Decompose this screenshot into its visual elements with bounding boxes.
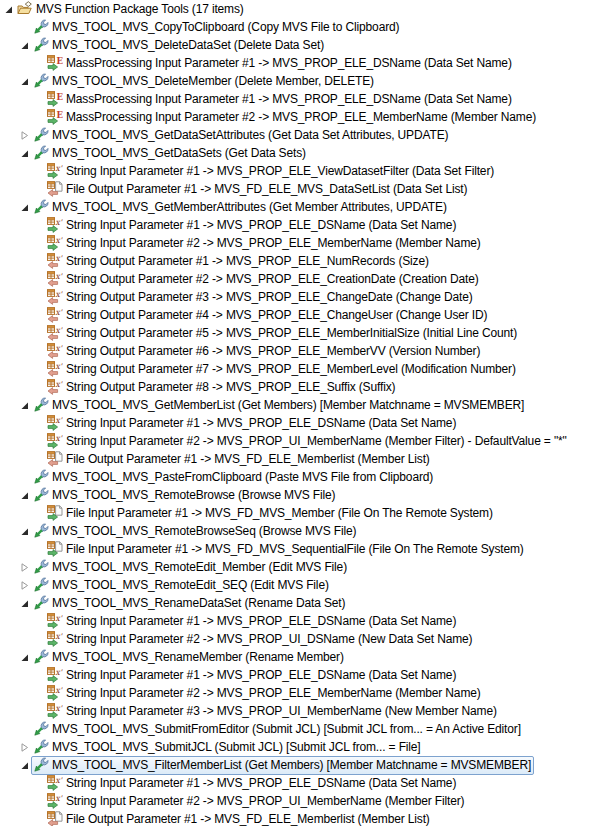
tree-item[interactable]: MVS Function Package Tools (17 items) [15,0,247,19]
tree-row: x'String Input Parameter #3 -> MVS_PROP_… [0,702,612,720]
tree-item[interactable]: x'String Input Parameter #3 -> MVS_PROP_… [45,702,500,721]
tree-item[interactable]: MVS_TOOL_MVS_CopyToClipboard (Copy MVS F… [31,18,402,37]
tree-item[interactable]: x'String Output Parameter #5 -> MVS_PROP… [45,324,520,343]
tree-item[interactable]: x'String Output Parameter #3 -> MVS_PROP… [45,288,476,307]
tree-item[interactable]: x'String Input Parameter #1 -> MVS_PROP_… [45,774,459,793]
tree-item[interactable]: x'String Output Parameter #8 -> MVS_PROP… [45,378,398,397]
tree-item[interactable]: MVS_TOOL_MVS_GetDataSets (Get Data Sets) [31,144,309,163]
string-output-parameter-icon: x' [47,325,63,341]
tree-item[interactable]: x'String Input Parameter #1 -> MVS_PROP_… [45,612,459,631]
string-input-parameter-icon: x' [47,163,63,179]
tree-item-label: MVS_TOOL_MVS_RemoteEdit_SEQ (Edit MVS Fi… [52,578,329,593]
tree-item[interactable]: MVS_TOOL_MVS_RemoteBrowseSeq (Browse MVS… [31,522,359,541]
tree-item[interactable]: MVS_TOOL_MVS_RemoteEdit_Member (Edit MVS… [31,558,350,577]
tree-item-label: String Output Parameter #2 -> MVS_PROP_E… [66,272,479,287]
tree-item[interactable]: MVS_TOOL_MVS_RemoteBrowse (Browse MVS Fi… [31,486,338,505]
tree-item[interactable]: File Output Parameter #1 -> MVS_FD_ELE_M… [45,450,433,469]
tree-item[interactable]: x'String Input Parameter #1 -> MVS_PROP_… [45,162,497,181]
expander-expanded-icon[interactable] [17,38,31,52]
expander-expanded-icon[interactable] [1,2,15,16]
tree-row: x'String Output Parameter #8 -> MVS_PROP… [0,378,612,396]
tree-item[interactable]: EMassProcessing Input Parameter #1 -> MV… [45,90,515,109]
tree-item[interactable]: MVS_TOOL_MVS_GetMemberList (Get Members)… [31,396,527,415]
tree-item[interactable]: MVS_TOOL_MVS_SubmitFromEditor (Submit JC… [31,720,524,739]
expander-expanded-icon[interactable] [17,74,31,88]
tree-item[interactable]: File Input Parameter #1 -> MVS_FD_MVS_Me… [45,504,496,523]
tree-item[interactable]: MVS_TOOL_MVS_PasteFromClipboard (Paste M… [31,468,436,487]
tree-item[interactable]: x'String Input Parameter #2 -> MVS_PROP_… [45,684,484,703]
tree-item[interactable]: MVS_TOOL_MVS_SubmitJCL (Submit JCL) [Sub… [31,738,424,757]
svg-text:x': x' [55,380,63,389]
expander-expanded-icon[interactable] [17,398,31,412]
tree-row: x'String Output Parameter #4 -> MVS_PROP… [0,306,612,324]
tree-item[interactable]: x'String Output Parameter #1 -> MVS_PROP… [45,252,432,271]
tree-item-label: MVS_TOOL_MVS_FilterMemberList (Get Membe… [52,758,531,773]
expander-spacer [31,308,45,322]
tree-item[interactable]: x'String Output Parameter #2 -> MVS_PROP… [45,270,482,289]
expander-spacer [31,110,45,124]
tree-item[interactable]: MVS_TOOL_MVS_DeleteDataSet (Delete Data … [31,36,327,55]
expander-expanded-icon[interactable] [17,596,31,610]
massprocessing-input-parameter-icon: E [47,55,63,71]
tree-row: MVS_TOOL_MVS_RemoteEdit_Member (Edit MVS… [0,558,612,576]
tree-row: File Input Parameter #1 -> MVS_FD_MVS_Me… [0,504,612,522]
tree-item[interactable]: File Input Parameter #1 -> MVS_FD_MVS_Se… [45,540,527,559]
tree-row: x'String Output Parameter #1 -> MVS_PROP… [0,252,612,270]
tree-row: x'String Input Parameter #2 -> MVS_PROP_… [0,234,612,252]
tree-row: MVS_TOOL_MVS_RemoteBrowseSeq (Browse MVS… [0,522,612,540]
tree-item[interactable]: x'String Input Parameter #1 -> MVS_PROP_… [45,666,459,685]
string-input-parameter-icon: x' [47,775,63,791]
expander-expanded-icon[interactable] [17,200,31,214]
svg-text:x': x' [55,614,63,623]
tree-item-label: MVS_TOOL_MVS_PasteFromClipboard (Paste M… [52,470,433,485]
tree-row: File Input Parameter #1 -> MVS_FD_MVS_Se… [0,540,612,558]
tree-item[interactable]: x'String Input Parameter #1 -> MVS_PROP_… [45,414,459,433]
tree-row: MVS_TOOL_MVS_PasteFromClipboard (Paste M… [0,468,612,486]
tool-icon [33,469,49,485]
tree-item-label: MVS_TOOL_MVS_RemoteBrowseSeq (Browse MVS… [52,524,356,539]
tree-item[interactable]: x'String Input Parameter #2 -> MVS_PROP_… [45,432,570,451]
tree-item[interactable]: File Output Parameter #1 -> MVS_FD_ELE_M… [45,810,433,826]
tree-item[interactable]: File Output Parameter #1 -> MVS_FD_ELE_M… [45,180,470,199]
svg-text:x': x' [55,668,63,677]
tree-item[interactable]: MVS_TOOL_MVS_RemoteEdit_SEQ (Edit MVS Fi… [31,576,332,595]
expander-collapsed-icon[interactable] [17,578,31,592]
tree-item[interactable]: x'String Output Parameter #4 -> MVS_PROP… [45,306,490,325]
tree-item[interactable]: MVS_TOOL_MVS_GetDataSetAttributes (Get D… [31,126,451,145]
string-output-parameter-icon: x' [47,253,63,269]
tree-item[interactable]: x'String Output Parameter #7 -> MVS_PROP… [45,360,519,379]
tree-row: x'String Input Parameter #1 -> MVS_PROP_… [0,774,612,792]
tree-item[interactable]: MVS_TOOL_MVS_RenameMember (Rename Member… [31,648,347,667]
expander-collapsed-icon[interactable] [17,560,31,574]
expander-expanded-icon[interactable] [17,488,31,502]
tree-item[interactable]: MVS_TOOL_MVS_GetMemberAttributes (Get Me… [31,198,450,217]
expander-expanded-icon[interactable] [17,146,31,160]
string-input-parameter-icon: x' [47,703,63,719]
tree-item[interactable]: x'String Input Parameter #2 -> MVS_PROP_… [45,630,475,649]
expander-spacer [31,416,45,430]
tree-item[interactable]: x'String Output Parameter #6 -> MVS_PROP… [45,342,483,361]
expander-expanded-icon[interactable] [17,524,31,538]
tree-item-selected[interactable]: MVS_TOOL_MVS_FilterMemberList (Get Membe… [31,756,534,775]
tool-icon [33,145,49,161]
svg-text:x': x' [55,218,63,227]
svg-text:x': x' [55,326,63,335]
tree-item[interactable]: x'String Input Parameter #1 -> MVS_PROP_… [45,216,459,235]
tree-item[interactable]: EMassProcessing Input Parameter #2 -> MV… [45,108,539,127]
tree-item-label: MVS_TOOL_MVS_DeleteMember (Delete Member… [52,74,374,89]
expander-expanded-icon[interactable] [17,758,31,772]
tree-item[interactable]: x'String Input Parameter #2 -> MVS_PROP_… [45,234,484,253]
tree-item[interactable]: x'String Input Parameter #2 -> MVS_PROP_… [45,792,467,811]
expander-spacer [17,722,31,736]
svg-text:x': x' [55,416,63,425]
expander-collapsed-icon[interactable] [17,740,31,754]
expander-spacer [31,812,45,826]
expander-collapsed-icon[interactable] [17,128,31,142]
expander-expanded-icon[interactable] [17,650,31,664]
tree-item-label: File Output Parameter #1 -> MVS_FD_ELE_M… [66,812,430,826]
tree-row: MVS_TOOL_MVS_SubmitJCL (Submit JCL) [Sub… [0,738,612,756]
svg-text:x': x' [55,344,63,353]
tree-item[interactable]: MVS_TOOL_MVS_RenameDataSet (Rename Data … [31,594,348,613]
tree-item[interactable]: MVS_TOOL_MVS_DeleteMember (Delete Member… [31,72,377,91]
tree-item[interactable]: EMassProcessing Input Parameter #1 -> MV… [45,54,515,73]
